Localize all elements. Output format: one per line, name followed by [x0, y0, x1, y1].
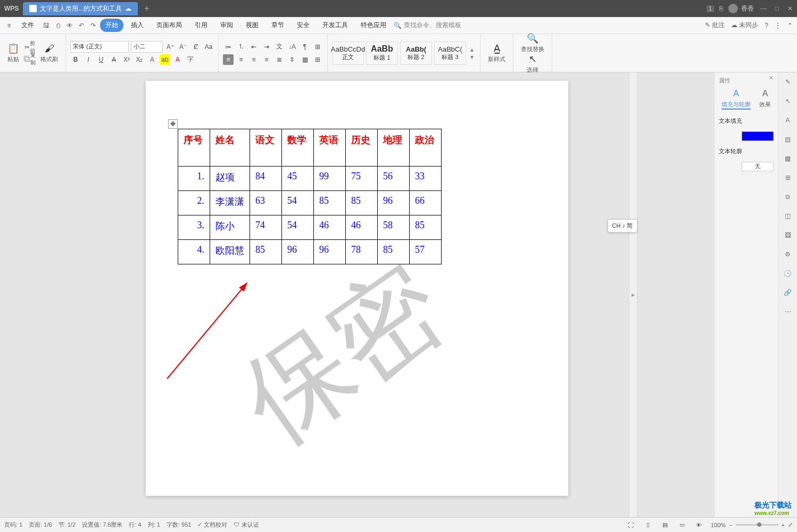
tab-section[interactable]: 章节 [266, 19, 289, 32]
tab-home[interactable]: 开始 [100, 19, 123, 32]
link-icon[interactable]: 🔗 [783, 287, 793, 298]
change-case-icon[interactable]: Aa [203, 41, 214, 52]
status-certification[interactable]: 🛡 未认证 [234, 521, 259, 529]
print-icon[interactable]: ⎙ [53, 21, 63, 30]
style-up-icon[interactable]: ▴ [470, 46, 474, 53]
font-size-select[interactable]: 小二 [131, 41, 163, 53]
numbering-button[interactable]: ⒈ [236, 41, 246, 52]
user-menu[interactable]: 香香 [728, 4, 754, 13]
print-layout-icon[interactable]: ▯ [643, 520, 653, 530]
status-word-count[interactable]: 字数: 951 [167, 521, 191, 529]
zoom-slider[interactable] [736, 524, 778, 526]
image-icon[interactable]: 🖼 [783, 230, 793, 240]
table-row[interactable]: 3.陈小745446465885 [178, 215, 442, 240]
header-cell[interactable]: 地理 [378, 129, 410, 167]
font-color-button[interactable]: A [172, 54, 183, 65]
redo-icon[interactable]: ↷ [88, 21, 98, 30]
font-pane-icon[interactable]: A [783, 115, 793, 126]
status-column[interactable]: 列: 1 [148, 521, 160, 529]
tab-insert[interactable]: 插入 [126, 19, 149, 32]
tab-layout[interactable]: 页面布局 [151, 19, 187, 32]
find-replace-button[interactable]: 🔍查找替换 [518, 32, 547, 53]
align-justify-button[interactable]: ≡ [261, 54, 272, 65]
zoom-control[interactable]: 100% − + ⤢ [711, 521, 793, 528]
cut-button[interactable]: ✂ 剪切 [24, 42, 35, 53]
help-icon[interactable]: ? [765, 22, 768, 29]
subscript-button[interactable]: X₂ [134, 54, 145, 65]
header-cell[interactable]: 英语 [314, 129, 346, 167]
clock-icon[interactable]: 🕓 [783, 268, 793, 279]
new-tab-button[interactable]: + [144, 4, 149, 13]
header-cell[interactable]: 序号 [178, 129, 210, 167]
file-menu[interactable]: 文件 [16, 19, 39, 32]
select-button[interactable]: ↖选择 [518, 53, 547, 74]
decrease-font-icon[interactable]: A⁻ [178, 41, 188, 52]
status-page[interactable]: 页面: 1/6 [29, 521, 52, 529]
preview-icon[interactable]: 👁 [65, 21, 74, 30]
underline-button[interactable]: U [96, 54, 106, 65]
zoom-out-icon[interactable]: − [729, 522, 732, 528]
save-icon[interactable]: 🖫 [41, 21, 51, 30]
close-button[interactable]: ✕ [787, 5, 793, 12]
gear-icon[interactable]: ⚙ [783, 249, 793, 260]
copy-button[interactable]: ⿻ 复制 [24, 54, 35, 64]
group-icon[interactable]: ⧉ [783, 192, 793, 202]
tabs-button[interactable]: ⊞ [312, 41, 323, 52]
header-cell[interactable]: 姓名 [210, 129, 250, 167]
status-position[interactable]: 设置值: 7.8厘米 [82, 521, 122, 529]
table-row[interactable]: 4.欧阳慧859696788557 [178, 240, 442, 264]
table-icon[interactable]: ⊞ [783, 172, 793, 183]
decrease-indent-button[interactable]: ⇤ [248, 41, 259, 52]
grid-icon[interactable]: ▦ [783, 153, 793, 164]
minimize-button[interactable]: — [760, 5, 767, 12]
shading-button[interactable]: ▦ [300, 54, 310, 65]
zoom-in-icon[interactable]: + [782, 522, 785, 528]
clear-format-icon[interactable]: Ȼ [190, 41, 201, 52]
tab-reference[interactable]: 引用 [189, 19, 213, 32]
outline-view-icon[interactable]: ▤ [660, 520, 670, 530]
text-direction-button[interactable]: 文 [274, 41, 285, 52]
line-spacing-button[interactable]: ⇕ [287, 54, 297, 65]
style-normal[interactable]: AaBbCcDd正文 [332, 41, 364, 65]
data-table[interactable]: 序号 姓名 语文 数学 英语 历史 地理 政治 1.赵项844599755633… [178, 129, 442, 264]
shapes-icon[interactable]: ◫ [783, 211, 793, 221]
sort-button[interactable]: ↓A [287, 41, 297, 52]
collapse-ribbon-icon[interactable]: ⌃ [787, 22, 793, 29]
align-left-button[interactable]: ≡ [223, 54, 234, 65]
web-layout-icon[interactable]: ▭ [677, 520, 687, 530]
style-heading2[interactable]: AaBb(标题 2 [400, 41, 432, 65]
fill-color-swatch[interactable] [742, 131, 774, 141]
align-right-button[interactable]: ≡ [248, 54, 259, 65]
table-move-handle[interactable]: ✥ [168, 119, 178, 129]
tab-fill-outline[interactable]: A填充与轮廓 [721, 89, 751, 110]
tab-effects[interactable]: A效果 [759, 89, 771, 110]
style-down-icon[interactable]: ▾ [470, 53, 474, 61]
read-mode-icon[interactable]: 👁 [694, 520, 704, 530]
format-painter-button[interactable]: 🖌格式刷 [37, 43, 61, 63]
cursor-icon[interactable]: ↖ [783, 96, 793, 106]
tab-security[interactable]: 安全 [292, 19, 315, 32]
hamburger-icon[interactable]: ≡ [4, 21, 14, 30]
document-tab[interactable]: 文字是人类用...的方式和工具 ☁ [23, 2, 138, 15]
layout-icon[interactable]: ▤ [783, 134, 793, 145]
text-outline-row[interactable]: 文本轮廓 [719, 144, 774, 159]
paste-button[interactable]: 📋粘贴 [4, 43, 22, 63]
style-heading3[interactable]: AaBbC(标题 3 [434, 41, 466, 65]
distribute-button[interactable]: ≣ [274, 54, 285, 65]
bullets-button[interactable]: ≔ [223, 41, 234, 52]
text-effect-button[interactable]: A [147, 54, 157, 65]
borders-button[interactable]: ⊞ [312, 54, 323, 65]
header-cell[interactable]: 政治 [410, 129, 442, 167]
new-style-button[interactable]: A̲新样式 [485, 43, 509, 63]
document-workspace[interactable]: ✥ 序号 姓名 语文 数学 英语 历史 地理 政治 1.赵项8445997556… [0, 72, 714, 517]
header-cell[interactable]: 历史 [346, 129, 378, 167]
notification-badge[interactable]: 1 [707, 5, 714, 12]
more-tools-icon[interactable]: ⋯ [783, 306, 793, 317]
table-row[interactable]: 2.李潇潇635485859666 [178, 191, 442, 215]
font-name-select[interactable]: 宋体 (正文) [70, 41, 129, 53]
italic-button[interactable]: I [83, 54, 94, 65]
document-page[interactable]: ✥ 序号 姓名 语文 数学 英语 历史 地理 政治 1.赵项8445997556… [146, 81, 568, 496]
tab-special[interactable]: 特色应用 [355, 19, 392, 32]
phonetic-button[interactable]: 字 [185, 54, 196, 65]
highlight-button[interactable]: ab [160, 54, 170, 65]
